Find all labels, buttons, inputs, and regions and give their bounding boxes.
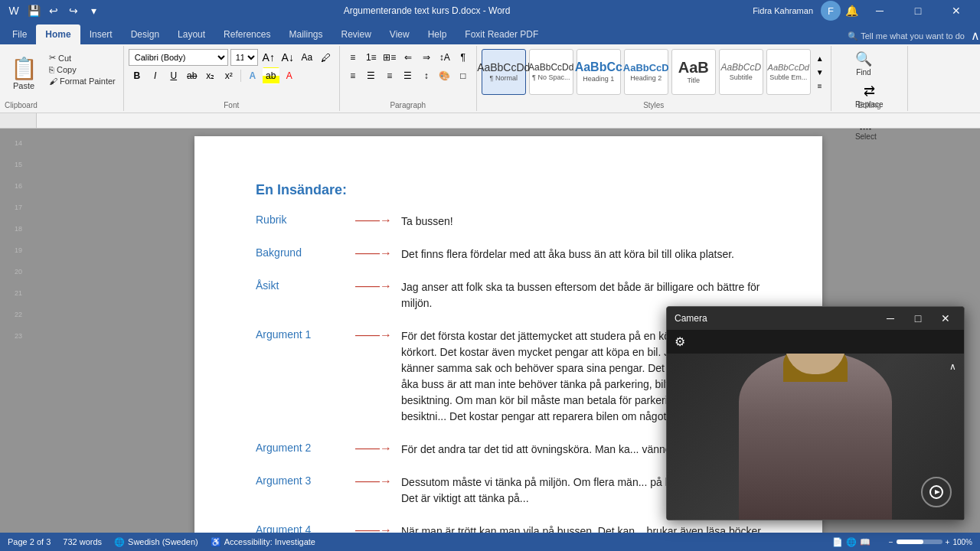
font-label: Font xyxy=(224,101,239,109)
show-paragraph-button[interactable]: ¶ xyxy=(455,49,472,66)
no-space-preview: AaBbCcDd xyxy=(528,63,573,72)
shading-button[interactable]: 🎨 xyxy=(436,67,453,84)
heading1-preview: AaBbCc xyxy=(575,61,622,73)
style-normal[interactable]: AaBbCcDd ¶ Normal xyxy=(482,49,526,95)
camera-settings-bar: ⚙ xyxy=(667,330,964,354)
web-view-button[interactable]: 🌐 xyxy=(846,537,857,547)
italic-button[interactable]: I xyxy=(147,67,164,84)
share-icon[interactable]: 🔔 xyxy=(844,3,859,18)
styles-down-button[interactable]: ▼ xyxy=(814,66,826,78)
camera-record-button[interactable] xyxy=(921,477,952,507)
numbering-button[interactable]: 1≡ xyxy=(363,49,380,66)
multilevel-button[interactable]: ⊞≡ xyxy=(381,49,398,66)
cut-icon: ✂ xyxy=(49,53,56,63)
style-no-space[interactable]: AaBbCcDd ¶ No Spac... xyxy=(529,49,573,95)
font-color-button[interactable]: A xyxy=(281,67,298,84)
person-body xyxy=(739,354,892,520)
camera-minimize-button[interactable]: ─ xyxy=(880,311,901,326)
shrink-font-button[interactable]: A↓ xyxy=(279,49,296,66)
change-case-button[interactable]: Aa xyxy=(299,49,315,66)
close-button[interactable]: ✕ xyxy=(939,0,974,21)
subscript-button[interactable]: x₂ xyxy=(202,67,219,84)
subtitle-preview: AaBbCcD xyxy=(720,63,761,72)
asikt-arrow: ——→ xyxy=(355,279,394,293)
camera-title: Camera xyxy=(675,313,707,324)
tab-insert[interactable]: Insert xyxy=(80,24,122,44)
document-title: En Insändare: xyxy=(256,182,761,198)
style-heading1[interactable]: AaBbCc Heading 1 xyxy=(577,49,621,95)
ribbon-collapse-btn[interactable]: ∧ xyxy=(971,28,980,43)
accessibility-status: ♿ Accessibility: Investigate xyxy=(211,537,315,547)
zoom-out-icon[interactable]: − xyxy=(889,538,893,546)
grow-font-button[interactable]: A↑ xyxy=(260,49,277,66)
tab-references[interactable]: References xyxy=(214,24,279,44)
paste-button[interactable]: 📋 Paste xyxy=(5,54,43,92)
styles-up-button[interactable]: ▲ xyxy=(814,52,826,64)
quick-access-more-icon[interactable]: ▾ xyxy=(86,3,101,18)
format-painter-button[interactable]: 🖌 Format Painter xyxy=(46,76,119,86)
heading2-label: Heading 2 xyxy=(630,74,662,82)
camera-maximize-button[interactable]: □ xyxy=(907,311,929,326)
undo-icon[interactable]: ↩ xyxy=(46,3,61,18)
paste-label: Paste xyxy=(13,81,34,90)
cut-button[interactable]: ✂ Cut xyxy=(46,52,119,64)
redo-icon[interactable]: ↪ xyxy=(66,3,81,18)
tab-home[interactable]: Home xyxy=(36,24,80,44)
camera-close-button[interactable]: ✕ xyxy=(935,311,956,326)
style-subtle-em[interactable]: AaBbCcDd Subtle Em... xyxy=(766,49,811,95)
title-bar-center: Argumenterande text kurs D.docx - Word xyxy=(101,5,753,16)
decrease-indent-button[interactable]: ⇐ xyxy=(400,49,416,66)
underline-button[interactable]: U xyxy=(165,67,182,84)
align-center-button[interactable]: ☰ xyxy=(363,67,380,84)
title-preview: AaB xyxy=(678,60,709,75)
paragraph-label: Paragraph xyxy=(390,101,426,109)
zoom-in-icon[interactable]: + xyxy=(946,538,950,546)
tab-review[interactable]: Review xyxy=(332,24,380,44)
find-button[interactable]: 🔍 Find xyxy=(852,49,875,78)
tab-file[interactable]: File xyxy=(3,24,36,44)
highlight-color-button[interactable]: ab xyxy=(263,67,279,84)
copy-button[interactable]: ⎘ Copy xyxy=(46,64,119,75)
bold-button[interactable]: B xyxy=(129,67,145,84)
save-icon[interactable]: 💾 xyxy=(26,3,41,18)
style-heading2[interactable]: AaBbCcD Heading 2 xyxy=(624,49,668,95)
ribbon-tabs: File Home Insert Design Layout Reference… xyxy=(0,21,980,44)
maximize-button[interactable]: □ xyxy=(900,0,936,21)
print-layout-view-button[interactable]: 📄 xyxy=(832,537,843,547)
justify-button[interactable]: ☰ xyxy=(400,67,416,84)
argument3-arrow: ——→ xyxy=(355,474,394,488)
text-effects-button[interactable]: A xyxy=(244,67,261,84)
tell-me-input[interactable]: 🔍 Tell me what you want to do xyxy=(848,31,965,41)
camera-chevron-icon[interactable]: ∧ xyxy=(949,361,956,372)
user-avatar-icon[interactable]: F xyxy=(821,1,841,21)
line-spacing-button[interactable]: ↕ xyxy=(418,67,435,84)
tab-foxit[interactable]: Foxit Reader PDF xyxy=(456,24,547,44)
increase-indent-button[interactable]: ⇒ xyxy=(418,49,435,66)
minimize-button[interactable]: ─ xyxy=(862,0,897,21)
superscript-button[interactable]: x² xyxy=(220,67,237,84)
tab-view[interactable]: View xyxy=(381,24,419,44)
align-right-button[interactable]: ≡ xyxy=(381,67,398,84)
styles-label: Styles xyxy=(643,101,664,109)
clear-format-button[interactable]: 🖊 xyxy=(318,49,335,66)
select-label: Select xyxy=(855,132,877,141)
style-subtitle[interactable]: AaBbCcD Subtitle xyxy=(719,49,763,95)
styles-more-button[interactable]: ≡ xyxy=(814,80,826,92)
borders-button[interactable]: □ xyxy=(455,67,472,84)
strikethrough-button[interactable]: ab xyxy=(184,67,201,84)
align-left-button[interactable]: ≡ xyxy=(345,67,361,84)
zoom-bar xyxy=(897,540,923,544)
tab-help[interactable]: Help xyxy=(419,24,456,44)
svg-marker-2 xyxy=(935,490,940,494)
camera-gear-icon[interactable]: ⚙ xyxy=(675,335,685,348)
tab-layout[interactable]: Layout xyxy=(168,24,214,44)
tab-mailings[interactable]: Mailings xyxy=(279,24,332,44)
bullets-button[interactable]: ≡ xyxy=(345,49,361,66)
tab-design[interactable]: Design xyxy=(122,24,168,44)
bakgrund-row: Bakgrund ——→ Det finns flera fördelar me… xyxy=(256,246,761,262)
read-mode-button[interactable]: 📖 xyxy=(860,537,871,547)
font-family-select[interactable]: Calibri (Body) xyxy=(129,49,228,66)
style-title[interactable]: AaB Title xyxy=(671,49,716,95)
sort-button[interactable]: ↕A xyxy=(436,49,453,66)
font-size-select[interactable]: 11 xyxy=(230,49,258,66)
